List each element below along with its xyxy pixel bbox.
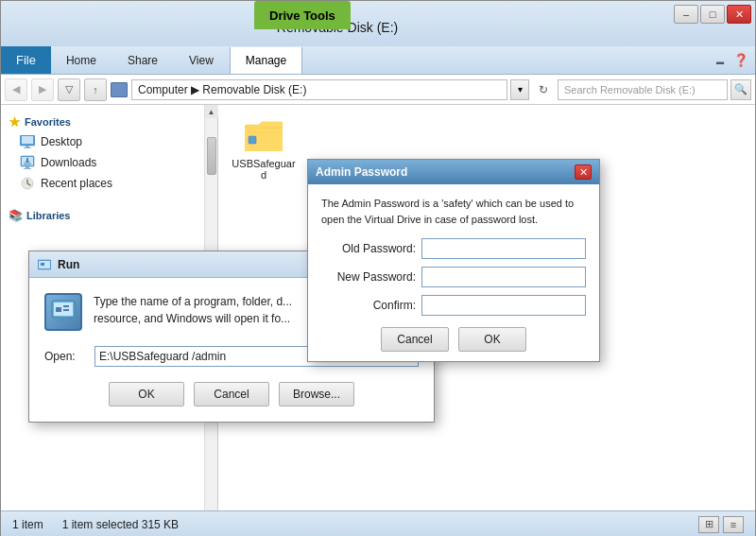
desktop-icon xyxy=(20,134,35,149)
svg-rect-22 xyxy=(63,309,69,311)
details-view-button[interactable]: ≡ xyxy=(723,516,744,533)
old-password-input[interactable] xyxy=(421,238,586,259)
svg-rect-9 xyxy=(26,166,29,168)
recent-places-icon xyxy=(20,176,35,191)
run-big-icon xyxy=(44,293,82,331)
favorites-star-icon: ★ xyxy=(9,114,21,130)
address-path[interactable]: Computer ▶ Removable Disk (E:) xyxy=(131,79,507,100)
admin-title-bar: Admin Password ✕ xyxy=(308,160,599,184)
old-password-label: Old Password: xyxy=(321,242,416,255)
ribbon-manage-tab[interactable]: Manage xyxy=(230,47,302,74)
admin-description: The Admin Password is a 'safety' which c… xyxy=(321,196,586,227)
confirm-password-input[interactable] xyxy=(421,295,586,316)
svg-rect-15 xyxy=(41,263,44,266)
svg-rect-21 xyxy=(63,305,69,307)
admin-title-text: Admin Password xyxy=(316,165,575,179)
drive-icon xyxy=(111,82,128,97)
downloads-icon xyxy=(20,155,35,170)
back-button[interactable]: ◀ xyxy=(5,78,27,101)
old-password-row: Old Password: xyxy=(321,238,586,259)
close-button[interactable]: ✕ xyxy=(727,5,751,24)
admin-body: The Admin Password is a 'safety' which c… xyxy=(308,184,599,361)
run-open-label: Open: xyxy=(44,350,87,363)
ribbon: File Home Share View Manage 🗕 ❓ xyxy=(1,46,755,75)
ribbon-view-tab[interactable]: View xyxy=(174,46,230,74)
libraries-icon: 📚 xyxy=(9,209,23,222)
svg-rect-20 xyxy=(56,307,61,312)
search-button[interactable]: 🔍 xyxy=(730,79,751,100)
help-icon[interactable]: ❓ xyxy=(732,52,749,69)
title-bar: Drive Tools Removable Disk (E:) – □ ✕ xyxy=(1,1,755,46)
run-cancel-button[interactable]: Cancel xyxy=(194,382,269,406)
libraries-section: 📚 Libraries xyxy=(1,203,204,224)
sidebar-item-recent[interactable]: Recent places xyxy=(1,173,204,194)
run-buttons: OK Cancel Browse... xyxy=(44,382,419,406)
run-browse-button[interactable]: Browse... xyxy=(279,382,354,406)
svg-rect-19 xyxy=(57,320,70,322)
maximize-button[interactable]: □ xyxy=(700,5,725,24)
ribbon-share-tab[interactable]: Share xyxy=(112,46,174,74)
svg-rect-18 xyxy=(60,318,67,320)
svg-rect-12 xyxy=(249,136,256,144)
new-password-row: New Password: xyxy=(321,267,586,287)
search-box[interactable]: Search Removable Disk (E:) xyxy=(558,79,728,100)
admin-buttons: Cancel OK xyxy=(321,327,586,352)
drive-tools-label: Drive Tools xyxy=(269,9,335,23)
admin-cancel-button[interactable]: Cancel xyxy=(381,327,449,352)
svg-rect-10 xyxy=(24,168,31,169)
admin-ok-button[interactable]: OK xyxy=(458,327,526,352)
refresh-button[interactable]: ↻ xyxy=(533,79,554,100)
svg-rect-7 xyxy=(26,158,28,163)
sidebar-item-desktop[interactable]: Desktop xyxy=(1,131,204,152)
up-button[interactable]: ↑ xyxy=(84,78,107,101)
svg-rect-3 xyxy=(24,147,31,148)
new-password-input[interactable] xyxy=(421,267,586,287)
ribbon-home-tab[interactable]: Home xyxy=(51,46,112,74)
window-controls: – □ ✕ xyxy=(674,1,755,46)
favorites-section: ★ Favorites xyxy=(1,109,204,131)
item-count: 1 item xyxy=(12,518,43,531)
admin-password-dialog: Admin Password ✕ The Admin Password is a… xyxy=(307,159,600,362)
dropdown-button[interactable]: ▽ xyxy=(58,78,80,101)
address-arrow[interactable]: ▾ xyxy=(510,79,529,100)
svg-rect-2 xyxy=(26,146,29,147)
new-password-label: New Password: xyxy=(321,270,416,284)
svg-rect-1 xyxy=(22,136,33,144)
run-icon xyxy=(37,257,52,272)
forward-button[interactable]: ▶ xyxy=(31,78,54,101)
address-bar: ◀ ▶ ▽ ↑ Computer ▶ Removable Disk (E:) ▾… xyxy=(1,75,755,105)
confirm-password-row: Confirm: xyxy=(321,295,586,316)
scroll-thumb[interactable] xyxy=(207,137,216,175)
view-buttons: ⊞ ≡ xyxy=(698,516,744,533)
drive-tools-tab[interactable]: Drive Tools xyxy=(254,1,351,29)
minimize-button[interactable]: – xyxy=(674,5,698,24)
status-bar: 1 item 1 item selected 315 KB ⊞ ≡ xyxy=(1,510,755,536)
ribbon-file-tab[interactable]: File xyxy=(1,46,51,74)
file-label-usbsafeguard: USBSafeguard xyxy=(230,158,298,181)
scroll-up-arrow[interactable]: ▲ xyxy=(205,105,218,118)
sidebar-item-downloads[interactable]: Downloads xyxy=(1,152,204,173)
run-ok-button[interactable]: OK xyxy=(109,382,184,406)
svg-rect-8 xyxy=(24,164,31,164)
admin-close-button[interactable]: ✕ xyxy=(575,164,592,180)
folder-icon xyxy=(245,116,283,154)
file-item-usbsafeguard[interactable]: USBSafeguard xyxy=(226,112,301,184)
help-collapse-icon[interactable]: 🗕 xyxy=(712,52,729,69)
selected-info: 1 item selected 315 KB xyxy=(62,518,179,531)
large-icons-view-button[interactable]: ⊞ xyxy=(698,516,719,533)
run-description: Type the name of a program, folder, d...… xyxy=(94,293,292,327)
confirm-password-label: Confirm: xyxy=(321,299,416,312)
ribbon-right-icons: 🗕 ❓ xyxy=(712,46,755,74)
